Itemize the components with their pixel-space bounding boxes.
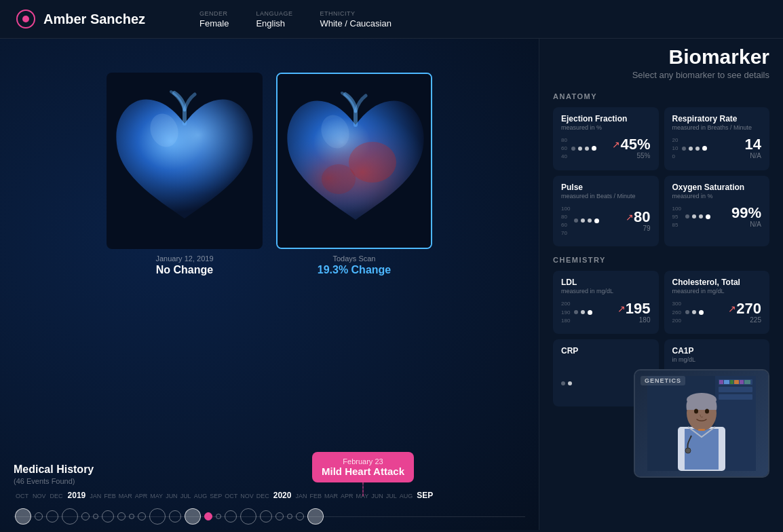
video-overlay[interactable]: GENETICS — [634, 369, 769, 478]
video-content: GENETICS — [635, 370, 768, 476]
biomarker-subtitle: Select any biomarker to see details — [553, 70, 769, 80]
heart-jan-2019[interactable]: January 12, 2019 No Change — [107, 73, 263, 276]
heart-status-today: 19.3% Change — [318, 264, 391, 276]
year-2019-label: 2019 — [65, 491, 89, 500]
dot — [692, 310, 696, 314]
dot — [574, 310, 578, 314]
history-title: Medical History — [14, 463, 525, 476]
dot — [695, 147, 700, 151]
timeline-dot-4[interactable] — [62, 508, 78, 525]
timeline-dot-9[interactable] — [129, 514, 134, 519]
svg-point-5 — [322, 164, 356, 194]
timeline-dot-12[interactable] — [169, 510, 181, 522]
biomarker-oxygen[interactable]: Oxygen Saturation measured in % 100 95 8… — [664, 176, 770, 247]
bm-value-ldl: 195 — [626, 301, 651, 316]
dot — [561, 381, 565, 385]
bm-subval-ldl: 180 — [616, 316, 651, 324]
svg-rect-13 — [730, 380, 733, 384]
dot-last — [699, 310, 704, 315]
timeline-dot-1[interactable] — [15, 508, 31, 525]
bm-subval-rr: N/A — [745, 152, 761, 159]
bm-unit-ef: measured in % — [561, 124, 651, 131]
bm-name-ef: Ejection Fraction — [561, 114, 651, 124]
bm-dots-ef — [571, 146, 606, 151]
dot-last — [706, 214, 710, 219]
biomarker-respiratory-rate[interactable]: Respiratory Rate measured in Breaths / M… — [664, 107, 770, 170]
timeline-dot-11[interactable] — [149, 508, 166, 525]
bm-unit-crp — [561, 356, 651, 364]
timeline-dot-3[interactable] — [46, 510, 58, 522]
bm-name-oxy: Oxygen Saturation — [672, 183, 762, 192]
heart-today[interactable]: Todays Scan 19.3% Change — [276, 73, 432, 276]
gender-meta: GENDER Female — [199, 10, 229, 28]
timeline-dot-19[interactable] — [287, 514, 292, 519]
svg-rect-14 — [734, 380, 739, 384]
bm-unit-ca1p: in mg/dL — [672, 356, 762, 363]
anatomy-section-label: ANATOMY — [553, 92, 769, 100]
heart-label-past: January 12, 2019 No Change — [155, 254, 213, 276]
timeline-dot-2[interactable] — [35, 512, 43, 520]
timeline-dot-20[interactable] — [296, 512, 304, 520]
bm-value-ef: 45% — [620, 137, 650, 152]
bm-dots-rr — [682, 146, 739, 151]
timeline-dot-8[interactable] — [117, 512, 126, 520]
timeline-dot-15[interactable] — [225, 510, 237, 522]
timeline-dot-5[interactable] — [81, 512, 90, 520]
year-2020-label: 2020 — [271, 491, 294, 500]
bm-unit-chol: measured in mg/dL — [672, 288, 762, 294]
timeline-dot-10[interactable] — [138, 512, 146, 520]
event-tooltip[interactable]: February 23 Mild Heart Attack — [312, 452, 414, 482]
timeline-dot-18[interactable] — [275, 512, 284, 520]
bm-unit-ldl: measured in mg/dL — [561, 288, 651, 294]
trend-arrow-ldl: ↗ — [617, 303, 626, 314]
dot — [578, 147, 582, 151]
history-subtitle: (46 Events Found) — [14, 477, 525, 485]
timeline-dot-end[interactable] — [307, 508, 324, 525]
patient-name: Amber Sanchez — [43, 12, 145, 27]
timeline-dot-14[interactable] — [216, 514, 221, 519]
language-value: English — [256, 18, 292, 28]
bm-value-box-ldl: ↗ 195 180 — [616, 301, 651, 324]
timeline-dot-selected[interactable] — [185, 508, 201, 525]
svg-rect-11 — [719, 380, 723, 384]
svg-rect-12 — [724, 380, 729, 384]
language-label: LANGUAGE — [256, 10, 292, 17]
biomarker-ldl[interactable]: LDL measured in mg/dL 200 190 180 — [553, 271, 659, 334]
biomarker-cholesterol[interactable]: Cholesterol, Total measured in mg/dL 300… — [664, 271, 770, 334]
anatomy-grid: Ejection Fraction measured in % 80 60 40 — [553, 107, 769, 246]
bm-subval-ef: 55% — [611, 152, 650, 159]
timeline-dot-event[interactable] — [204, 512, 212, 520]
logo-icon — [16, 10, 35, 28]
timeline-dot-17[interactable] — [260, 510, 272, 522]
dot — [571, 147, 575, 151]
bm-unit-pulse: measured in Beats / Minute — [561, 193, 651, 200]
heart-date-today: Todays Scan — [318, 254, 391, 263]
biomarker-ejection-fraction[interactable]: Ejection Fraction measured in % 80 60 40 — [553, 107, 659, 170]
bm-scale-ldl: 200 190 180 — [561, 300, 570, 324]
dot — [682, 147, 686, 151]
svg-point-4 — [349, 142, 396, 183]
heart-status-past: No Change — [155, 264, 213, 276]
tooltip-event: Mild Heart Attack — [322, 466, 404, 477]
bm-name-ldl: LDL — [561, 278, 651, 287]
dot-last — [594, 218, 599, 223]
header: Amber Sanchez GENDER Female LANGUAGE Eng… — [0, 0, 783, 39]
timeline-dot-16[interactable] — [240, 508, 256, 525]
dot — [585, 147, 589, 151]
heart-image-today — [276, 73, 432, 249]
history-section: Medical History (46 Events Found) Februa… — [0, 457, 539, 530]
dot — [685, 310, 689, 314]
timeline-dot-6[interactable] — [93, 514, 98, 519]
bm-value-rr: 14 — [745, 137, 761, 152]
trend-arrow-ef: ↗ — [612, 139, 620, 150]
dot-last — [588, 310, 592, 315]
timeline-dot-7[interactable] — [102, 510, 114, 522]
svg-rect-10 — [719, 394, 752, 400]
biomarker-pulse[interactable]: Pulse measured in Beats / Minute 100 80 … — [553, 176, 659, 247]
gender-label: GENDER — [199, 10, 229, 17]
bm-value-chol: 270 — [736, 301, 761, 316]
dot — [689, 147, 693, 151]
dot — [588, 218, 592, 223]
bm-name-crp: CRP — [561, 346, 651, 356]
genetics-video-label: GENETICS — [641, 376, 685, 385]
